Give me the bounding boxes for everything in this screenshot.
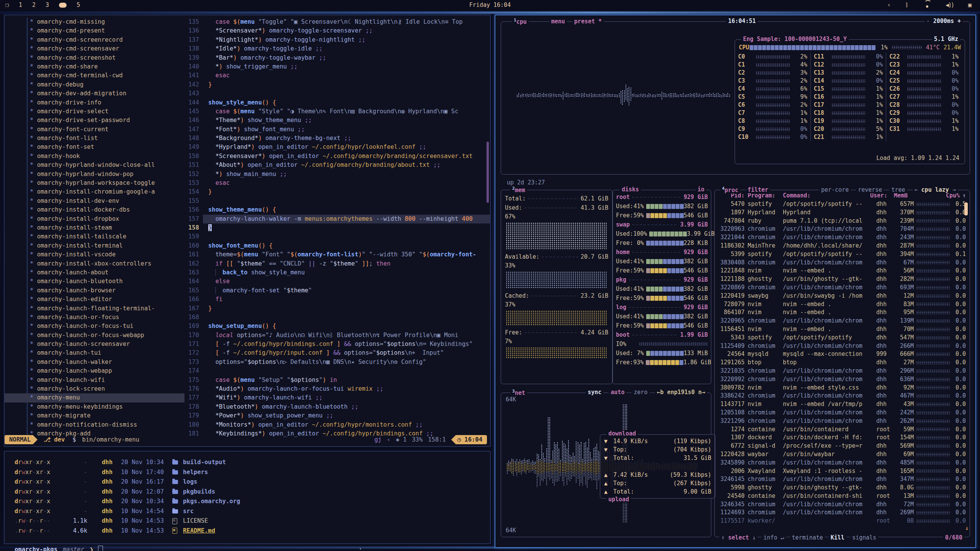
proc-row[interactable]: 3220992chromium/usr/lib/chromium/chromdh… — [715, 375, 970, 384]
list-item[interactable]: * omarchy-lock-screen — [5, 385, 185, 393]
interval-plus-button[interactable]: + — [957, 18, 961, 24]
list-item[interactable]: * omarchy-launch-or-focus-webapp — [5, 331, 185, 340]
list-item[interactable]: * omarchy-cmd-present — [5, 26, 185, 35]
list-item[interactable]: * omarchy-launch-bluetooth — [5, 277, 185, 286]
expand-icon[interactable]: ‹ — [887, 2, 891, 8]
workspace-2[interactable]: 2 — [32, 2, 36, 8]
net-box-title[interactable]: 3net — [510, 389, 527, 396]
code-line[interactable]: options="$options\n▷ Defaults\n▦ DNS\n✦ … — [203, 358, 490, 367]
proc-row[interactable]: 3246145chromium/usr/lib/chromium/chromdh… — [715, 475, 970, 484]
code-line[interactable]: } — [203, 80, 490, 89]
workspace-1[interactable]: 1 — [19, 2, 22, 8]
list-item[interactable]: * omarchy-install-terminal — [5, 241, 185, 250]
signals-hint[interactable]: signals — [850, 534, 878, 541]
code-line[interactable]: *Bar*) omarchy-toggle-waybar ;; — [203, 54, 490, 62]
list-item[interactable]: * omarchy-drive-select — [5, 107, 185, 116]
list-item[interactable]: * omarchy-cmd-terminal-cwd — [5, 71, 185, 80]
code-line[interactable]: show_style_menu() { — [203, 98, 490, 107]
filter-button[interactable]: filter — [746, 186, 770, 193]
code-line[interactable]: *Background*) omarchy-theme-bg-next ;; — [203, 134, 490, 143]
disks-box-title[interactable]: disks — [620, 186, 641, 193]
code-line[interactable]: else — [203, 277, 490, 286]
proc-row[interactable]: 5343spotify/opt/spotify/spotifydhh547M0.… — [715, 334, 970, 342]
proc-row[interactable]: 1221188ghostty/usr/bin/ghostty --gtk-dhh… — [715, 275, 970, 284]
code-line[interactable]: esac — [203, 179, 490, 187]
list-item[interactable]: * omarchy-drive-info — [5, 98, 185, 107]
code-line[interactable] — [203, 232, 490, 241]
file-row[interactable]: drwxr-xr-x-dhh10 Nov 14:54src — [15, 507, 240, 517]
reverse-button[interactable]: reverse — [856, 186, 884, 193]
code-line[interactable]: *Font*) show_font_menu ;; — [203, 125, 490, 134]
proc-row[interactable]: 728079nvimnvim --embed .dhh83M0.0 — [715, 300, 970, 309]
list-item[interactable]: * omarchy-launch-floating-terminal- — [5, 304, 185, 313]
code-line[interactable]: *Hyprland*) open_in_editor ~/.config/hyp… — [203, 143, 490, 152]
proc-row[interactable]: 747804rubypuma 7.1.0 (tcp://localdhh239M… — [715, 217, 970, 225]
proc-row[interactable]: 1125409chromium/usr/lib/chromium/chromdh… — [715, 342, 970, 350]
list-item[interactable]: * omarchy-cmd-screenshot — [5, 54, 185, 62]
terminate-hint[interactable]: terminate — [790, 534, 825, 541]
net-interface[interactable]: ←b enp191s0 n→ — [655, 389, 707, 396]
bluetooth-icon[interactable]: ᛒ — [905, 2, 909, 8]
list-item[interactable]: * omarchy-menu-keybindings — [5, 403, 185, 411]
code-line[interactable] — [203, 89, 490, 98]
list-item[interactable]: * omarchy-notification-dismiss — [5, 421, 185, 429]
clock[interactable]: Friday 16:04 — [469, 2, 511, 8]
code-line[interactable]: fi — [203, 295, 490, 304]
proc-row[interactable]: 6772signal-d/proc/self/exe --type=rdhh56… — [715, 442, 970, 450]
code-line[interactable]: } — [203, 304, 490, 313]
code-line[interactable]: case $(menu "Style" "◑ Theme\n✎ Font\n▤ … — [203, 107, 490, 116]
code-line[interactable]: case $(menu "Toggle" "▣ Screensaver\n☾ N… — [203, 18, 490, 26]
code-line[interactable]: *Screensaver*) open_in_editor ~/.config/… — [203, 152, 490, 161]
list-item[interactable]: * omarchy-migrate — [5, 411, 185, 420]
proc-box-title[interactable]: 4proc — [720, 186, 740, 194]
list-item[interactable]: * omarchy-hyprland-workspace-toggle — [5, 179, 185, 187]
list-item[interactable]: * omarchy-font-current — [5, 125, 185, 134]
mem-box-title[interactable]: 2mem — [510, 186, 527, 194]
code-line[interactable]: *) show_trigger_menu ;; — [203, 62, 490, 71]
code-line[interactable]: *Power*) show_setup_power_menu ;; — [203, 411, 490, 420]
editor-scrollbar[interactable] — [487, 142, 489, 203]
list-item[interactable]: * omarchy-menu — [5, 393, 185, 402]
proc-row[interactable]: 3221044chromium/usr/lib/chromium/chromdh… — [715, 233, 970, 242]
proc-row[interactable]: 1220428waybar/usr/bin/waybardhh69M0.0 — [715, 450, 970, 459]
wifi-icon[interactable] — [923, 2, 931, 8]
code-line[interactable]: esac — [203, 71, 490, 80]
code-line[interactable]: [ -f ~/.config/hypr/input.conf ] && opti… — [203, 349, 490, 357]
list-item[interactable]: * omarchy-hyprland-window-pop — [5, 170, 185, 179]
code-line[interactable]: *Nightlight*) omarchy-toggle-nightlight … — [203, 36, 490, 44]
proc-row[interactable]: 3245890chromium/usr/lib/chromium/chromdh… — [715, 459, 970, 467]
code-line[interactable]: *Idle*) omarchy-toggle-idle ;; — [203, 44, 490, 53]
code-line[interactable] — [203, 197, 490, 205]
list-item[interactable]: * omarchy-debug — [5, 80, 185, 89]
list-item[interactable]: * omarchy-launch-tui — [5, 349, 185, 357]
list-item[interactable]: * omarchy-install-steam — [5, 223, 185, 232]
code-line[interactable] — [203, 313, 490, 322]
proc-row[interactable]: 24540containe/usr/bin/containerd-shiroot… — [715, 492, 970, 500]
list-item[interactable]: * omarchy-launch-or-focus — [5, 313, 185, 322]
window-manager-icon[interactable]: ❒ — [5, 2, 9, 8]
proc-row[interactable]: 3220869chromium/usr/lib/chromium/chromdh… — [715, 284, 970, 292]
proc-row[interactable]: 1897HyprlandHyprlanddhh370M0.0 — [715, 209, 970, 217]
list-item[interactable]: * omarchy-launch-walker — [5, 358, 185, 367]
proc-row[interactable]: 864107nvimnvim --embed .dhh95M0.0 — [715, 308, 970, 317]
code-line[interactable]: *Wifi*) omarchy-launch-wifi ;; — [203, 393, 490, 402]
list-item[interactable]: * omarchy-launch-screensaver — [5, 340, 185, 349]
list-item[interactable]: * omarchy-install-dev-env — [5, 197, 185, 205]
list-item[interactable]: * omarchy-cmd-missing — [5, 18, 185, 26]
proc-row[interactable]: 2006XwaylandXwayland :1 -rootless -dhh16… — [715, 467, 970, 476]
code-line[interactable]: ▏ omarchy-font-set "$theme" — [203, 286, 490, 295]
list-item[interactable]: * omarchy-launch-browser — [5, 286, 185, 295]
workspace-3[interactable]: 3 — [46, 2, 49, 8]
code-line[interactable]: } — [203, 187, 490, 196]
list-item[interactable]: * omarchy-font-list — [5, 134, 185, 143]
proc-row[interactable]: 3246345chromium/usr/lib/chromium/chromdh… — [715, 500, 970, 509]
proc-row[interactable]: 1221848nvimnvim --embed .dhh56M0.0 — [715, 267, 970, 275]
file-row[interactable]: drwxr-xr-x-dhh20 Nov 16:17logs — [15, 477, 240, 487]
cpu-indicator-icon[interactable]: ▣ — [968, 2, 972, 8]
list-item[interactable]: * omarchy-install-vscode — [5, 250, 185, 259]
per-core-button[interactable]: per-core — [819, 186, 851, 193]
list-item[interactable]: * omarchy-launch-or-focus-tui — [5, 322, 185, 331]
list-item[interactable]: * omarchy-drive-set-password — [5, 116, 185, 125]
list-item[interactable]: * omarchy-dev-add-migration — [5, 89, 185, 98]
list-item[interactable]: * omarchy-launch-wifi — [5, 376, 185, 385]
